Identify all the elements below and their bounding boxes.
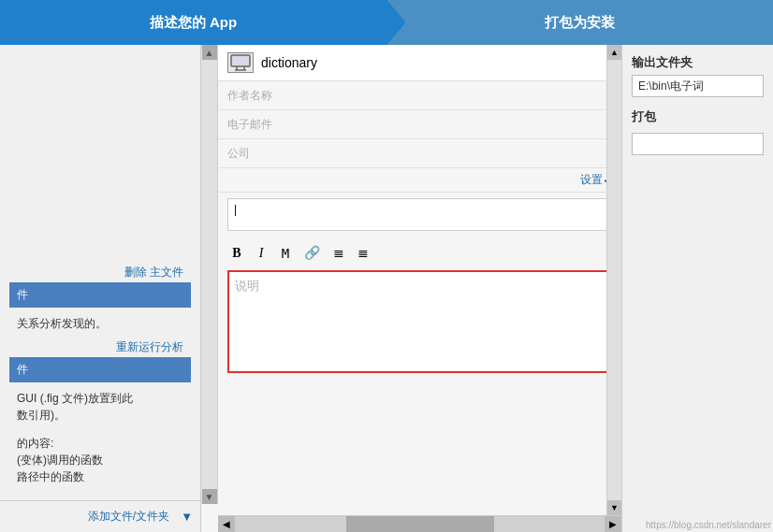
- rerun-analysis-link[interactable]: 重新运行分析: [109, 338, 191, 357]
- left-section1-label: 件: [17, 288, 28, 301]
- left-panel: 删除 主文件 件 关系分析发现的。 重新运行分析 件 GUI (.fig 文件)…: [0, 45, 201, 532]
- company-field: [218, 139, 621, 168]
- email-input[interactable]: [227, 110, 612, 138]
- bold-button[interactable]: B: [227, 244, 246, 263]
- top-header: 描述您的 App 打包为安装: [0, 0, 773, 45]
- watermark: https://blog.csdn.net/slandarer: [646, 520, 771, 530]
- author-input[interactable]: [227, 81, 612, 109]
- left-section2: 件: [9, 357, 191, 382]
- description-box[interactable]: 说明: [227, 270, 612, 373]
- scroll-right-btn[interactable]: ▶: [605, 516, 621, 533]
- step1-label: 描述您的 App: [150, 14, 237, 32]
- mono-button[interactable]: M: [276, 244, 295, 263]
- list-ordered-button[interactable]: ≣: [329, 243, 348, 263]
- main-layout: 删除 主文件 件 关系分析发现的。 重新运行分析 件 GUI (.fig 文件)…: [0, 45, 773, 532]
- description-editor: |: [218, 193, 621, 239]
- step1-header[interactable]: 描述您的 App: [0, 0, 386, 45]
- toolbar-row: B I M 🔗 ≣ ≣: [218, 239, 621, 266]
- dropdown-icon[interactable]: ▼: [181, 510, 193, 524]
- left-section3-content: 的内容: (变体)调用的函数 路径中的函数: [9, 429, 191, 491]
- svg-rect-0: [231, 55, 250, 66]
- delete-main-file-link[interactable]: 删除 主文件: [117, 263, 191, 282]
- section3-note1: GUI (.fig 文件)放置到此: [17, 392, 133, 405]
- step2-label: 打包为安装: [545, 14, 615, 32]
- left-panel-bottom: 添加文件/文件夹 ▼: [0, 500, 200, 532]
- right-scrollbar[interactable]: ▲ ▼: [606, 45, 621, 515]
- scroll-track-horiz[interactable]: [235, 516, 605, 532]
- app-name-row: [218, 45, 621, 81]
- section4-note2: (变体)调用的函数: [17, 453, 103, 467]
- scroll-down-btn[interactable]: ▼: [607, 500, 621, 515]
- middle-panel: ▲ ▼ ▲ ▼: [201, 45, 622, 532]
- pack-input[interactable]: [632, 133, 764, 155]
- pack-label: 打包: [632, 108, 764, 125]
- app-name-input[interactable]: [261, 55, 612, 70]
- left-section2-content: GUI (.fig 文件)放置到此 数引用)。: [9, 384, 191, 429]
- right-panel: 输出文件夹 打包: [622, 45, 773, 532]
- description-placeholder: 说明: [235, 279, 259, 293]
- settings-link-row: 设置✓: [218, 168, 621, 193]
- step2-header[interactable]: 打包为安装: [386, 0, 773, 45]
- list-unordered-button[interactable]: ≣: [354, 243, 372, 263]
- left-section1-content: 关系分析发现的。: [9, 309, 191, 338]
- add-files-link[interactable]: 添加文件/文件夹: [80, 507, 177, 526]
- description-short-input[interactable]: |: [227, 198, 612, 231]
- left-scrollbar[interactable]: ▲ ▼: [201, 45, 218, 504]
- section4-note1: 的内容:: [17, 437, 53, 450]
- company-input[interactable]: [227, 139, 612, 167]
- form-scroll-area: ▲ ▼: [201, 45, 621, 515]
- italic-button[interactable]: I: [252, 244, 270, 263]
- output-folder-label: 输出文件夹: [632, 54, 764, 71]
- form-content: 设置✓ | B I M 🔗 ≣ ≣: [218, 45, 621, 515]
- scroll-up-btn[interactable]: ▲: [607, 45, 621, 60]
- email-field: [218, 110, 621, 139]
- app-icon: [227, 52, 254, 73]
- author-field: [218, 81, 621, 110]
- bottom-scrollbar: ◀ ▶: [218, 515, 621, 532]
- link-button[interactable]: 🔗: [300, 243, 324, 263]
- section4-note3: 路径中的函数: [17, 470, 84, 483]
- scroll-track: [607, 60, 621, 500]
- left-section2-label: 件: [17, 363, 28, 376]
- left-scroll-up[interactable]: ▲: [202, 45, 217, 60]
- scroll-left-btn[interactable]: ◀: [218, 516, 235, 533]
- output-path-input[interactable]: [632, 75, 764, 97]
- left-panel-top: 删除 主文件 件 关系分析发现的。 重新运行分析 件 GUI (.fig 文件)…: [0, 45, 200, 500]
- left-section1: 件: [9, 282, 191, 308]
- section3-note2: 数引用)。: [17, 409, 66, 422]
- section2-desc: 关系分析发现的。: [17, 317, 107, 330]
- scroll-thumb-horiz: [346, 516, 494, 532]
- left-scroll-down[interactable]: ▼: [202, 489, 217, 504]
